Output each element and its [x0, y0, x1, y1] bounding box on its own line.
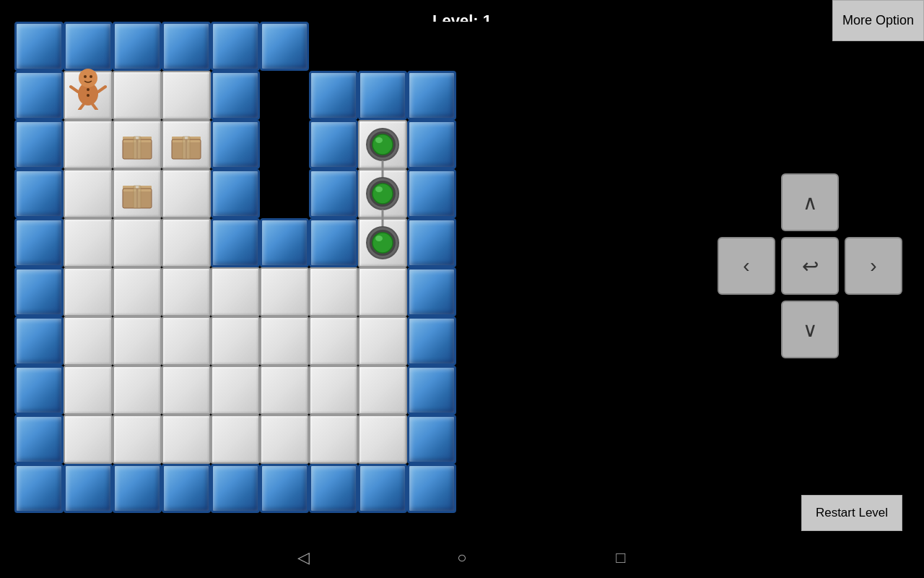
restart-level-button[interactable]: Restart Level [801, 495, 902, 531]
nav-bar: ◁ ○ □ [0, 537, 924, 578]
tile-2-1 [64, 120, 113, 169]
tile-6-3 [162, 316, 211, 366]
tile-5-0 [14, 267, 64, 316]
tile-7-5 [260, 366, 309, 415]
tile-4-0 [14, 218, 64, 267]
tile-8-6 [309, 415, 358, 464]
tile-2-5 [260, 120, 309, 169]
tile-0-4 [211, 22, 260, 71]
tile-6-5 [260, 316, 309, 366]
tile-4-6 [309, 218, 358, 267]
tile-9-2 [113, 464, 162, 513]
tile-3-0 [14, 169, 64, 218]
tile-8-5 [260, 415, 309, 464]
svg-point-32 [375, 137, 383, 143]
tile-8-7 [358, 415, 407, 464]
tile-9-3 [162, 464, 211, 513]
tile-4-4 [211, 218, 260, 267]
target-item-0 [358, 120, 407, 169]
nav-home-button[interactable]: ○ [448, 543, 476, 572]
tile-9-9 [456, 464, 505, 513]
box-item-2 [113, 169, 162, 218]
svg-point-3 [90, 75, 92, 78]
tile-7-2 [113, 366, 162, 415]
right-button[interactable]: › [845, 237, 902, 295]
player-character [64, 64, 113, 113]
tile-7-9 [456, 366, 505, 415]
tile-8-8 [407, 415, 456, 464]
tile-7-6 [309, 366, 358, 415]
tile-0-2 [113, 22, 162, 71]
svg-rect-27 [134, 186, 141, 208]
svg-rect-21 [183, 137, 190, 159]
tile-8-1 [64, 415, 113, 464]
box-item-1 [162, 120, 211, 169]
tile-6-2 [113, 316, 162, 366]
tile-3-3 [162, 169, 211, 218]
undo-button[interactable]: ↩ [781, 237, 839, 295]
tile-2-9 [456, 120, 505, 169]
svg-point-8 [87, 88, 90, 91]
svg-point-9 [87, 94, 90, 97]
svg-point-46 [375, 236, 383, 241]
tile-1-2 [113, 71, 162, 120]
tile-8-3 [162, 415, 211, 464]
tile-4-2 [113, 218, 162, 267]
tile-0-6 [309, 22, 358, 71]
tile-1-8 [407, 71, 456, 120]
nav-back-button[interactable]: ◁ [289, 543, 318, 572]
tile-6-6 [309, 316, 358, 366]
tile-6-9 [456, 316, 505, 366]
tile-4-5 [260, 218, 309, 267]
left-button[interactable]: ‹ [718, 237, 775, 295]
tile-8-2 [113, 415, 162, 464]
tile-1-9 [456, 71, 505, 120]
svg-point-1 [79, 69, 97, 87]
tile-1-5 [260, 71, 309, 120]
tile-4-8 [407, 218, 456, 267]
tile-4-3 [162, 218, 211, 267]
tile-7-7 [358, 366, 407, 415]
tile-6-1 [64, 316, 113, 366]
middle-row: ‹ ↩ › [718, 237, 902, 295]
tile-7-0 [14, 366, 64, 415]
down-button[interactable]: ∨ [781, 301, 839, 358]
more-option-button[interactable]: More Option [832, 0, 924, 41]
svg-line-7 [92, 104, 97, 110]
tile-5-6 [309, 267, 358, 316]
nav-recent-button[interactable]: □ [606, 543, 635, 572]
tile-3-5 [260, 169, 309, 218]
target-item-1 [358, 169, 407, 218]
tile-5-4 [211, 267, 260, 316]
tile-7-8 [407, 366, 456, 415]
tile-9-7 [358, 464, 407, 513]
tile-9-1 [64, 464, 113, 513]
box-item-0 [113, 120, 162, 169]
tile-0-0 [14, 22, 64, 71]
tile-7-3 [162, 366, 211, 415]
tile-2-8 [407, 120, 456, 169]
tile-6-4 [211, 316, 260, 366]
svg-rect-15 [134, 137, 141, 159]
tile-5-5 [260, 267, 309, 316]
up-button[interactable]: ∧ [781, 173, 839, 231]
tile-0-3 [162, 22, 211, 71]
main-grid [14, 22, 505, 513]
svg-point-39 [375, 186, 383, 192]
tile-0-5 [260, 22, 309, 71]
target-item-2 [358, 218, 407, 267]
svg-point-2 [84, 75, 87, 78]
tile-1-6 [309, 71, 358, 120]
svg-line-4 [71, 87, 78, 92]
tile-3-6 [309, 169, 358, 218]
tile-0-9 [456, 22, 505, 71]
tile-3-8 [407, 169, 456, 218]
tile-8-9 [456, 415, 505, 464]
tile-0-8 [407, 22, 456, 71]
svg-line-6 [79, 104, 84, 110]
tile-9-0 [14, 464, 64, 513]
tile-7-1 [64, 366, 113, 415]
tile-3-9 [456, 169, 505, 218]
tile-5-9 [456, 267, 505, 316]
tile-7-4 [211, 366, 260, 415]
